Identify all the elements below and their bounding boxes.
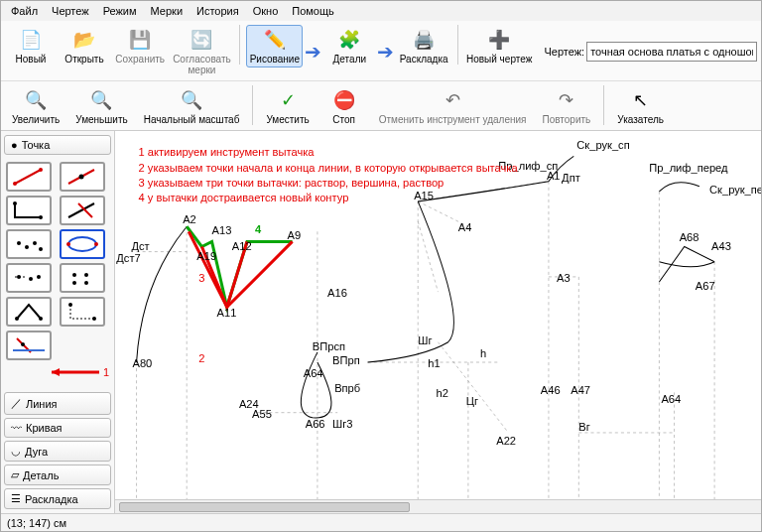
accordion-line[interactable]: ／ Линия bbox=[4, 392, 111, 415]
save-button[interactable]: 💾 Сохранить bbox=[112, 25, 168, 67]
svg-point-11 bbox=[33, 241, 37, 245]
svg-point-17 bbox=[17, 275, 21, 279]
new-button[interactable]: 📄 Новый bbox=[5, 25, 57, 67]
tool-point-11[interactable] bbox=[6, 331, 52, 360]
tool-point-1[interactable] bbox=[6, 162, 52, 192]
svg-point-20 bbox=[72, 273, 76, 277]
redo-icon: ↷ bbox=[553, 88, 580, 112]
cursor-coords: (13; 147) см bbox=[7, 517, 66, 529]
svg-text:А64: А64 bbox=[304, 367, 323, 379]
fit-icon: ✓ bbox=[274, 88, 302, 112]
document-new-icon: 📄 bbox=[17, 28, 45, 52]
svg-text:А2: А2 bbox=[183, 213, 196, 225]
tool-point-4[interactable] bbox=[60, 196, 105, 225]
undo-icon: ↶ bbox=[439, 88, 466, 112]
svg-text:Дст: Дст bbox=[131, 240, 149, 252]
svg-point-14 bbox=[66, 242, 70, 246]
svg-text:А11: А11 bbox=[217, 307, 237, 319]
svg-text:Впрб: Впрб bbox=[334, 382, 360, 394]
svg-text:А9: А9 bbox=[288, 229, 302, 241]
tool-point-5[interactable] bbox=[6, 229, 52, 259]
svg-text:2: 2 bbox=[198, 352, 204, 364]
svg-text:Дст7: Дст7 bbox=[116, 252, 140, 264]
tool-point-8[interactable] bbox=[60, 263, 105, 293]
sync-measures-button[interactable]: 🔄 Согласовать мерки bbox=[170, 25, 233, 78]
cursor-icon: ↖ bbox=[627, 88, 655, 112]
zoom-out-icon: 🔍 bbox=[87, 88, 115, 112]
new-drawing-button[interactable]: ➕ Новый чертеж bbox=[464, 25, 535, 67]
menu-help[interactable]: Помощь bbox=[286, 3, 340, 19]
drawing-canvas[interactable]: 2 3 4 Дст Дст7 А2 А13 А9 А19 А12 А11 А15… bbox=[115, 131, 761, 513]
svg-text:А46: А46 bbox=[541, 384, 561, 396]
tool-point-9[interactable] bbox=[6, 297, 52, 327]
svg-text:Ск_рук_пер: Ск_рук_пер bbox=[709, 184, 761, 196]
svg-point-15 bbox=[94, 242, 98, 246]
tool-point-3[interactable] bbox=[6, 196, 52, 225]
separator bbox=[239, 25, 240, 65]
svg-point-6 bbox=[39, 215, 43, 219]
menu-window[interactable]: Окно bbox=[247, 3, 285, 19]
zoom-1-1-icon: 🔍 bbox=[178, 88, 205, 112]
mode-drawing-button[interactable]: ✏️ Рисование bbox=[246, 25, 303, 67]
horizontal-scrollbar[interactable] bbox=[115, 499, 761, 513]
svg-text:Шг: Шг bbox=[418, 334, 432, 346]
svg-text:А3: А3 bbox=[557, 272, 571, 284]
open-button[interactable]: 📂 Открыть bbox=[59, 25, 110, 67]
menu-file[interactable]: Файл bbox=[5, 3, 44, 19]
stop-button[interactable]: ⛔ Стоп bbox=[318, 85, 370, 128]
svg-text:h1: h1 bbox=[428, 357, 440, 369]
svg-text:А43: А43 bbox=[711, 240, 731, 252]
drawing-name-input[interactable] bbox=[586, 42, 757, 62]
accordion-detail[interactable]: ▱ Деталь bbox=[4, 465, 111, 485]
tool-point-10[interactable] bbox=[60, 297, 105, 327]
zoom-reset-button[interactable]: 🔍 Начальный масштаб bbox=[137, 85, 247, 128]
tool-dart[interactable] bbox=[60, 229, 105, 259]
svg-point-9 bbox=[17, 241, 21, 245]
scrollbar-thumb[interactable] bbox=[119, 502, 410, 512]
sidebar: ● Точка 1 ／ Линия 〰 Кривая ◡ Дуга ▱ Дета… bbox=[1, 131, 115, 513]
zoom-in-icon: 🔍 bbox=[22, 88, 50, 112]
zoom-in-button[interactable]: 🔍 Увеличить bbox=[5, 85, 66, 128]
save-icon: 💾 bbox=[126, 28, 154, 52]
redo-button[interactable]: ↷ Повторить bbox=[536, 85, 598, 128]
svg-point-26 bbox=[68, 303, 72, 307]
tool-point-7[interactable] bbox=[6, 263, 52, 293]
mode-details-button[interactable]: 🧩 Детали bbox=[323, 25, 375, 67]
svg-text:h: h bbox=[480, 347, 486, 359]
svg-point-25 bbox=[39, 317, 43, 321]
svg-text:4 у вытачки достраивается новы: 4 у вытачки достраивается новый контур bbox=[139, 192, 349, 203]
accordion-curve[interactable]: 〰 Кривая bbox=[4, 418, 111, 438]
svg-text:3: 3 bbox=[198, 272, 204, 284]
accordion-point[interactable]: ● Точка bbox=[4, 135, 111, 155]
separator bbox=[252, 85, 253, 125]
svg-line-49 bbox=[418, 221, 438, 292]
svg-text:А13: А13 bbox=[212, 224, 232, 236]
add-drawing-icon: ➕ bbox=[485, 28, 513, 52]
pointer-button[interactable]: ↖ Указатель bbox=[610, 85, 671, 128]
menubar: Файл Чертеж Режим Мерки История Окно Пом… bbox=[1, 1, 761, 21]
undo-delete-button[interactable]: ↶ Отменить инструмент удаления bbox=[372, 85, 534, 128]
accordion-layout[interactable]: ☰ Раскладка bbox=[4, 488, 111, 509]
tool-point-2[interactable] bbox=[60, 162, 105, 192]
svg-text:Шг3: Шг3 bbox=[332, 418, 352, 430]
svg-text:Пр_лиф_перед: Пр_лиф_перед bbox=[649, 162, 728, 174]
svg-text:А66: А66 bbox=[306, 418, 325, 430]
svg-text:1 активируем инструмент вытачк: 1 активируем инструмент вытачка bbox=[139, 146, 316, 158]
zoom-out-button[interactable]: 🔍 Уменьшить bbox=[68, 85, 134, 128]
mode-layout-button[interactable]: 🖨️ Раскладка bbox=[396, 25, 451, 67]
svg-point-23 bbox=[84, 281, 88, 285]
menu-measures[interactable]: Мерки bbox=[145, 3, 189, 19]
svg-text:3 указываем три точки вытачки:: 3 указываем три точки вытачки: раствор, … bbox=[139, 177, 444, 189]
canvas-area[interactable]: 2 3 4 Дст Дст7 А2 А13 А9 А19 А12 А11 А15… bbox=[115, 131, 761, 513]
folder-open-icon: 📂 bbox=[70, 28, 98, 52]
menu-drawing[interactable]: Чертеж bbox=[46, 3, 95, 19]
menu-mode[interactable]: Режим bbox=[97, 3, 143, 19]
svg-point-27 bbox=[92, 317, 96, 321]
svg-text:А16: А16 bbox=[327, 287, 347, 299]
menu-history[interactable]: История bbox=[190, 3, 245, 19]
svg-text:Вг: Вг bbox=[578, 421, 589, 433]
zoom-fit-button[interactable]: ✓ Уместить bbox=[259, 85, 316, 128]
accordion-arc[interactable]: ◡ Дуга bbox=[4, 441, 111, 462]
svg-text:А12: А12 bbox=[232, 240, 252, 252]
svg-text:А47: А47 bbox=[571, 384, 590, 396]
